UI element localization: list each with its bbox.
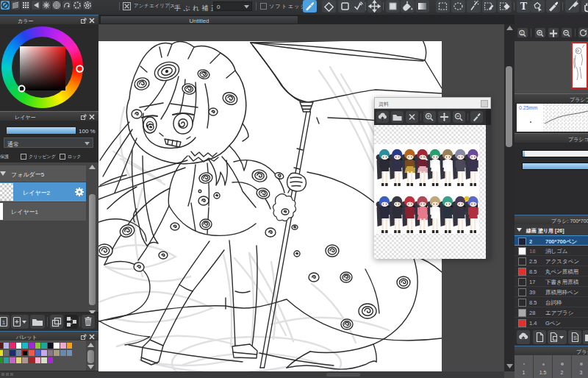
svg-text:1: 1 [2,319,6,326]
svg-text:S: S [573,335,577,340]
svg-text:T: T [520,1,528,12]
